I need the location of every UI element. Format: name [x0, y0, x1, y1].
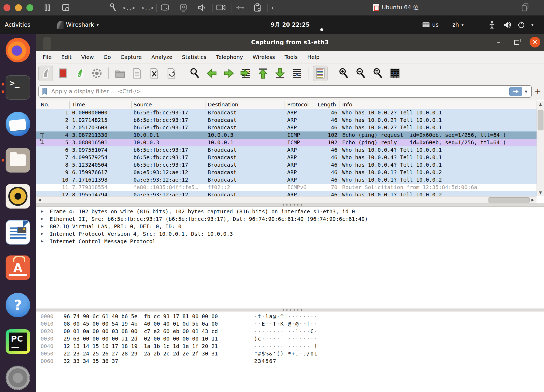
- packet-row-3[interactable]: 32.051703608b6:5e:fb:cc:93:17BroadcastAR…: [36, 124, 537, 131]
- menu-wireless[interactable]: Wireless: [253, 54, 275, 60]
- speaker-icon[interactable]: [197, 3, 207, 12]
- vertical-scrollbar[interactable]: ▲ ▼: [537, 101, 544, 196]
- packet-row-5[interactable]: 53.08801650110.0.0.310.0.0.1ICMP102Echo …: [36, 139, 537, 146]
- menu-view[interactable]: View: [81, 54, 94, 60]
- column-length[interactable]: Length: [318, 101, 339, 108]
- dock-item-help[interactable]: ?: [6, 293, 30, 317]
- vm-minimize-button[interactable]: [15, 4, 22, 11]
- column-no[interactable]: No.: [41, 101, 49, 108]
- detail-line[interactable]: ▶Internet Control Message Protocol: [36, 238, 544, 246]
- dock-item-rhythmbox[interactable]: [6, 184, 30, 209]
- restore-button[interactable]: [512, 38, 522, 47]
- packet-row-1[interactable]: 10.000000000b6:5e:fb:cc:93:17BroadcastAR…: [36, 109, 537, 117]
- column-time[interactable]: Time: [72, 101, 85, 108]
- bookmark-icon[interactable]: [41, 87, 49, 96]
- code-tag-icon[interactable]: <..>: [123, 3, 135, 12]
- zoom-out-icon[interactable]: [353, 66, 368, 81]
- wrench-icon[interactable]: [109, 3, 118, 12]
- window-titlebar[interactable]: Capturing from s1-eth3 – ✕: [36, 34, 544, 51]
- dock-item-pycharm[interactable]: PC: [6, 329, 30, 354]
- dock-item-firefox[interactable]: [6, 38, 30, 62]
- first-packet-icon[interactable]: [256, 66, 270, 81]
- clock[interactable]: 9月 20 22:25: [271, 15, 310, 34]
- expand-triangle-icon[interactable]: ▶: [41, 224, 44, 229]
- scroll-right-icon[interactable]: ▶: [529, 198, 537, 202]
- go-to-packet-icon[interactable]: [239, 66, 253, 81]
- dock-item-ubuntu-software[interactable]: A: [6, 255, 30, 280]
- disk-icon[interactable]: [160, 3, 170, 12]
- detail-line[interactable]: ▶Internet Protocol Version 4, Src: 10.0.…: [36, 231, 544, 238]
- video-camera-icon[interactable]: [216, 3, 226, 12]
- packet-row-7[interactable]: 74.099579254b6:5e:fb:cc:93:17BroadcastAR…: [36, 154, 537, 161]
- column-info[interactable]: Info: [342, 101, 352, 108]
- packet-row-12[interactable]: 128.1955147940a:e5:93:12:ae:12BroadcastA…: [36, 191, 537, 196]
- power-icon[interactable]: [517, 15, 525, 34]
- restart-capture-icon[interactable]: [73, 66, 87, 81]
- activities-button[interactable]: Activities: [5, 15, 30, 34]
- apply-filter-button[interactable]: [509, 87, 522, 96]
- reload-file-icon[interactable]: [164, 66, 179, 81]
- dock-item-settings[interactable]: [6, 366, 30, 390]
- packet-row-4[interactable]: 43.08721133010.0.0.110.0.0.3ICMP102Echo …: [36, 131, 537, 139]
- menu-capture[interactable]: Capture: [120, 54, 142, 60]
- hex-row[interactable]: 000096 74 90 6c 61 40 b6 5e fb cc 93 17 …: [36, 313, 544, 321]
- resize-columns-icon[interactable]: [388, 66, 402, 81]
- dock-item-terminal[interactable]: >_: [6, 75, 30, 100]
- expand-triangle-icon[interactable]: ▶: [41, 231, 44, 236]
- detail-line[interactable]: ▶Frame 4: 102 bytes on wire (816 bits), …: [36, 208, 544, 216]
- zoom-in-icon[interactable]: [336, 66, 351, 81]
- pause-icon[interactable]: [44, 3, 51, 12]
- packet-row-6[interactable]: 63.097551074b6:5e:fb:cc:93:17BroadcastAR…: [36, 146, 537, 154]
- packet-row-8[interactable]: 85.123240504b6:5e:fb:cc:93:17BroadcastAR…: [36, 161, 537, 169]
- vm-close-button[interactable]: [3, 4, 10, 11]
- auto-scroll-icon[interactable]: [290, 66, 304, 81]
- menu-telephony[interactable]: Telephony: [216, 54, 243, 60]
- dock-item-files[interactable]: [6, 148, 30, 173]
- input-method-indicator[interactable]: zh ▼: [452, 15, 464, 34]
- display-filter-input[interactable]: Apply a display filter ... <Ctrl-/> ▼: [38, 85, 532, 98]
- colorize-icon[interactable]: [313, 66, 328, 81]
- keyboard-indicator[interactable]: us: [422, 15, 439, 34]
- menu-tools[interactable]: Tools: [285, 54, 298, 60]
- packet-row-10[interactable]: 107.1716113980a:e5:93:12:ae:12BroadcastA…: [36, 176, 537, 184]
- filter-dropdown-caret[interactable]: ▼: [525, 90, 527, 94]
- dock-item-libreoffice[interactable]: [6, 220, 30, 245]
- webcam-icon[interactable]: [179, 3, 188, 12]
- packet-list-header[interactable]: No. Time Source Destination Protocol Len…: [36, 100, 537, 109]
- snapshot-icon[interactable]: [61, 3, 70, 12]
- clipboard-icon[interactable]: [253, 3, 262, 12]
- expand-triangle-icon[interactable]: ▶: [41, 209, 44, 214]
- menu-analyze[interactable]: Analyze: [151, 54, 172, 60]
- copy-icon[interactable]: [521, 3, 530, 12]
- expand-triangle-icon[interactable]: ▶: [41, 239, 44, 243]
- add-filter-button[interactable]: +: [534, 86, 541, 96]
- packet-row-2[interactable]: 21.027148215b6:5e:fb:cc:93:17BroadcastAR…: [36, 117, 537, 124]
- details-hex-splitter[interactable]: ••••••: [36, 309, 544, 311]
- start-capture-icon[interactable]: [38, 66, 53, 81]
- chevron-left-icon[interactable]: ‹: [271, 3, 274, 12]
- column-source[interactable]: Source: [133, 101, 152, 108]
- close-file-icon[interactable]: [147, 66, 161, 81]
- expand-triangle-icon[interactable]: ▶: [41, 216, 44, 221]
- next-packet-icon[interactable]: [222, 66, 236, 81]
- list-details-splitter[interactable]: ••••••: [36, 203, 544, 207]
- hex-row[interactable]: 006032 33 34 35 36 37234567: [36, 358, 544, 365]
- volume-icon[interactable]: [503, 15, 511, 34]
- scroll-left-icon[interactable]: ◀: [36, 198, 43, 202]
- vm-fullscreen-button[interactable]: [26, 4, 33, 11]
- close-button[interactable]: ✕: [530, 37, 540, 47]
- menu-file[interactable]: File: [43, 54, 52, 60]
- previous-packet-icon[interactable]: [204, 66, 219, 81]
- usb-icon[interactable]: [234, 3, 244, 12]
- vertical-scroll-thumb[interactable]: [538, 110, 543, 130]
- menu-go[interactable]: Go: [104, 54, 111, 60]
- hex-row[interactable]: 005022 23 24 25 26 27 28 29 2a 2b 2c 2d …: [36, 350, 544, 358]
- dock-item-thunderbird[interactable]: [6, 112, 30, 136]
- detail-line[interactable]: ▶802.1Q Virtual LAN, PRI: 0, DEI: 0, ID:…: [36, 223, 544, 231]
- minimize-button[interactable]: –: [494, 38, 503, 47]
- column-destination[interactable]: Destination: [208, 101, 238, 108]
- menu-help[interactable]: Help: [307, 54, 320, 60]
- chevron-down-icon[interactable]: ▼: [531, 15, 534, 34]
- scroll-down-icon[interactable]: ▼: [537, 190, 544, 195]
- accessibility-icon[interactable]: [488, 15, 496, 34]
